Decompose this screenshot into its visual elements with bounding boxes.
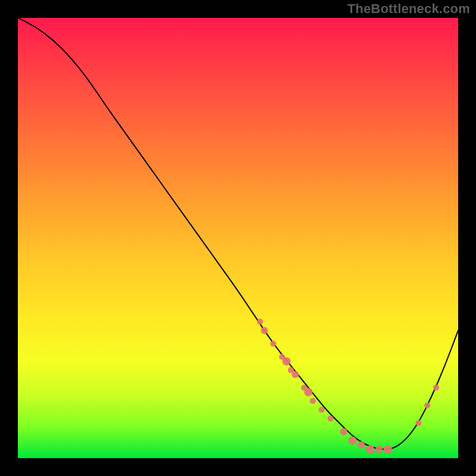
marker-dot [310,398,316,404]
main-curve [18,18,458,449]
marker-dot [415,420,421,426]
marker-dot [270,341,276,347]
marker-dot [433,385,439,391]
marker-dot [358,441,365,449]
marker-dot [348,436,356,444]
marker-dot [366,445,374,453]
marker-dot [384,445,392,453]
curve-overlay [18,18,458,458]
marker-dot [257,319,263,325]
marker-dot [340,428,347,436]
marker-dot [319,407,325,413]
marker-dot [304,388,312,396]
marker-dot [424,402,430,408]
marker-dot [292,371,299,378]
curve-markers [257,319,439,454]
marker-dot [261,327,268,334]
marker-dot [282,357,290,365]
marker-dot [327,415,333,421]
marker-dot [375,446,383,453]
watermark-text: TheBottleneck.com [347,1,470,17]
chart-root: TheBottleneck.com [0,0,476,476]
plot-frame [18,18,458,458]
